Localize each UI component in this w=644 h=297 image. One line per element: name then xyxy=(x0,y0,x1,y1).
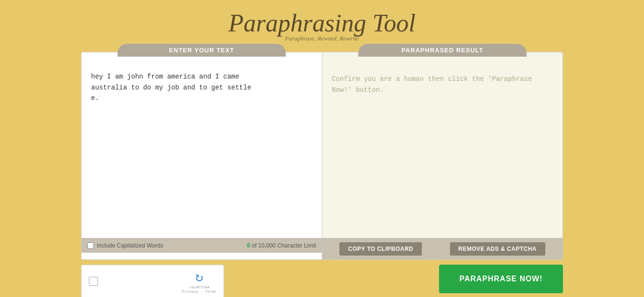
site-tagline: Paraphrase, Reword, Rewrite xyxy=(0,35,644,42)
captcha-box: ↻ reCAPTCHA Privacy - Terms xyxy=(81,265,224,297)
main-container: ENTER YOUR TEXT hey I am john from ameri… xyxy=(0,52,644,260)
recaptcha-logo: ↻ reCAPTCHA Privacy - Terms xyxy=(182,269,216,294)
input-textarea[interactable]: hey I am john from america and I came au… xyxy=(91,71,312,233)
result-area: Confirm you are a human then click the '… xyxy=(332,71,553,233)
captcha-checkbox[interactable] xyxy=(89,277,98,286)
recaptcha-privacy: Privacy - Terms xyxy=(182,289,216,294)
result-panel-header: PARAPHRASED RESULT xyxy=(358,44,527,57)
recaptcha-icon: ↻ xyxy=(195,269,204,285)
site-header: Paraphrasing Tool Paraphrase, Reword, Re… xyxy=(0,0,644,50)
input-panel-header-wrap: ENTER YOUR TEXT xyxy=(118,44,286,57)
input-panel-header: ENTER YOUR TEXT xyxy=(118,44,286,57)
result-panel: PARAPHRASED RESULT Confirm you are a hum… xyxy=(322,52,563,260)
char-limit-text: of 10,000 Character Limit xyxy=(252,242,316,249)
capitalize-text: Include Capitalized Words xyxy=(97,242,163,249)
recaptcha-label: reCAPTCHA xyxy=(189,285,209,289)
site-title: Paraphrasing Tool xyxy=(0,10,644,37)
input-panel-content: hey I am john from america and I came au… xyxy=(82,52,322,238)
result-panel-content: Confirm you are a human then click the '… xyxy=(322,52,562,238)
char-count: 0 of 10,000 Character Limit xyxy=(247,242,316,249)
footer-left: Include Capitalized Words xyxy=(87,242,163,249)
input-panel-footer: Include Capitalized Words 0 of 10,000 Ch… xyxy=(82,238,322,253)
capitalize-checkbox[interactable] xyxy=(87,242,94,249)
bottom-row: ↻ reCAPTCHA Privacy - Terms PARAPHRASE N… xyxy=(0,260,644,297)
capitalize-label[interactable]: Include Capitalized Words xyxy=(87,242,163,249)
copy-clipboard-button[interactable]: COPY TO CLIPBOARD xyxy=(339,242,422,256)
input-panel: ENTER YOUR TEXT hey I am john from ameri… xyxy=(81,52,322,260)
result-panel-footer: COPY TO CLIPBOARD REMOVE ADS & CAPTCHA xyxy=(322,238,562,259)
char-count-number: 0 xyxy=(247,242,250,249)
result-panel-header-wrap: PARAPHRASED RESULT xyxy=(358,44,527,57)
remove-ads-button[interactable]: REMOVE ADS & CAPTCHA xyxy=(450,242,545,256)
paraphrase-now-button[interactable]: PARAPHRASE NOW! xyxy=(439,265,563,293)
